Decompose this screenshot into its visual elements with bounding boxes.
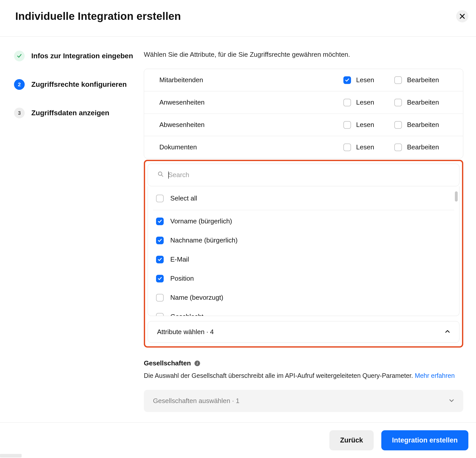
permission-row: Anwesenheiten Lesen Bearbeiten (144, 91, 463, 114)
permission-edit[interactable]: Bearbeiten (394, 98, 450, 106)
permission-name: Mitarbeitenden (159, 76, 343, 84)
companies-heading: Gesellschaften i (144, 359, 463, 367)
checkbox[interactable] (394, 99, 402, 106)
permission-row: Dokumenten Lesen Bearbeiten (144, 136, 463, 158)
permission-read[interactable]: Lesen (343, 143, 394, 151)
attribute-option[interactable]: Geschlecht (148, 307, 459, 316)
stepper: Infos zur Integration eingeben 2 Zugriff… (14, 51, 136, 413)
back-button[interactable]: Zurück (329, 430, 374, 450)
attribute-option[interactable]: Vorname (bürgerlich) (148, 212, 459, 231)
checkbox[interactable] (156, 237, 164, 244)
checkbox[interactable] (156, 256, 164, 263)
search-icon (158, 171, 164, 179)
permission-edit[interactable]: Bearbeiten (394, 121, 450, 129)
page-title: Individuelle Integration erstellen (15, 10, 461, 22)
checkbox[interactable] (394, 76, 402, 84)
step-2[interactable]: 2 Zugriffsrechte konfigurieren (14, 79, 136, 90)
attribute-option[interactable]: Position (148, 269, 459, 288)
checkbox[interactable] (156, 195, 164, 202)
attribute-option[interactable]: Nachname (bürgerlich) (148, 231, 459, 250)
checkbox[interactable] (156, 218, 164, 225)
checkbox[interactable] (156, 313, 164, 316)
text-caret (168, 171, 169, 179)
permission-edit[interactable]: Bearbeiten (394, 143, 450, 151)
checkbox[interactable] (394, 144, 402, 151)
permission-row: Mitarbeitenden Lesen Bearbeiten (144, 69, 463, 91)
attribute-option[interactable]: Name (bevorzugt) (148, 288, 459, 307)
step-2-title: Zugriffsrechte konfigurieren (31, 79, 127, 89)
permission-row: Abwesenheiten Lesen Bearbeiten (144, 114, 463, 136)
progress-track (0, 454, 22, 457)
checkbox[interactable] (343, 99, 351, 106)
attribute-list[interactable]: Select all Vorname (bürgerlich) Nachname… (148, 186, 459, 316)
permission-name: Abwesenheiten (159, 121, 343, 129)
scrollbar-thumb[interactable] (455, 191, 458, 202)
checkbox[interactable] (343, 121, 351, 129)
search-input[interactable]: Search (148, 164, 459, 186)
permissions-table: Mitarbeitenden Lesen Bearbeiten Anwesenh… (144, 69, 463, 159)
checkbox[interactable] (394, 121, 402, 129)
chevron-down-icon (449, 397, 454, 405)
checkbox[interactable] (156, 294, 164, 302)
permission-read[interactable]: Lesen (343, 121, 394, 129)
companies-select[interactable]: Gesellschaften auswählen · 1 (144, 390, 463, 412)
attribute-option[interactable]: E-Mail (148, 250, 459, 269)
step-3-title: Zugriffsdaten anzeigen (31, 108, 109, 118)
attribute-summary-toggle[interactable]: Attribute wählen · 4 (148, 321, 459, 343)
permission-name: Anwesenheiten (159, 98, 343, 106)
attribute-summary-label: Attribute wählen · 4 (157, 328, 214, 336)
permission-read[interactable]: Lesen (343, 98, 394, 106)
permission-name: Dokumenten (159, 143, 343, 151)
step-1-title: Infos zur Integration eingeben (31, 51, 133, 61)
companies-select-label: Gesellschaften auswählen · 1 (153, 397, 240, 405)
companies-description: Die Auswahl der Gesellschaft überschreib… (144, 371, 463, 381)
lead-text: Wählen Sie die Attribute, für die Sie Zu… (144, 51, 463, 59)
search-placeholder: Search (168, 171, 189, 179)
check-icon (14, 51, 25, 61)
checkbox[interactable] (156, 275, 164, 282)
step-1[interactable]: Infos zur Integration eingeben (14, 51, 136, 61)
checkbox[interactable] (343, 76, 351, 84)
info-icon[interactable]: i (194, 361, 200, 366)
step-2-badge: 2 (14, 79, 25, 90)
permission-edit[interactable]: Bearbeiten (394, 76, 450, 84)
step-3-badge: 3 (14, 108, 25, 118)
create-integration-button[interactable]: Integration erstellen (381, 430, 468, 450)
select-all-option[interactable]: Select all (148, 189, 459, 208)
close-button[interactable] (456, 10, 468, 22)
step-3[interactable]: 3 Zugriffsdaten anzeigen (14, 108, 136, 118)
divider (153, 210, 454, 210)
learn-more-link[interactable]: Mehr erfahren (415, 372, 455, 379)
attribute-selector-highlight: Search Select all Vorname (bürgerlich) N… (144, 160, 463, 348)
close-icon (459, 13, 465, 19)
checkbox[interactable] (343, 144, 351, 151)
chevron-up-icon (445, 328, 450, 336)
permission-read[interactable]: Lesen (343, 76, 394, 84)
